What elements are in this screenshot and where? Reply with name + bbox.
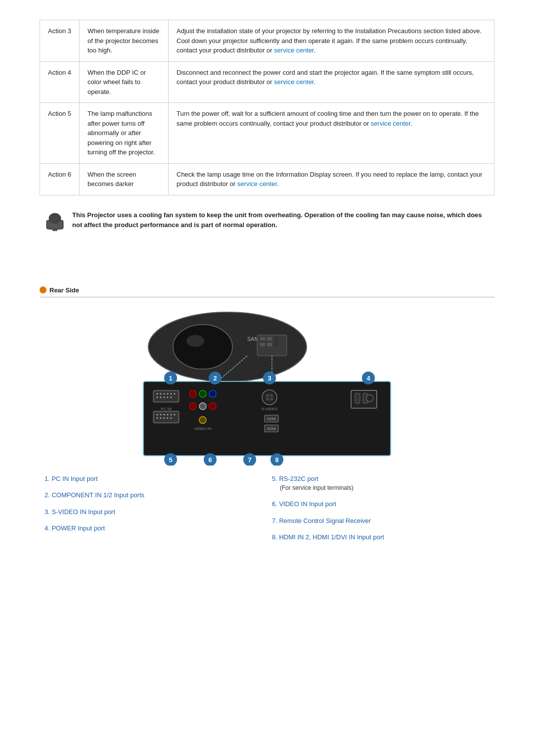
table-row: Action 3 When temperature inside of the … bbox=[40, 20, 494, 62]
rear-side-title: Rear Side bbox=[49, 286, 79, 294]
svg-point-31 bbox=[167, 393, 169, 394]
resolution-text: Disconnect and reconnect the power cord … bbox=[177, 69, 474, 86]
svg-text:5: 5 bbox=[169, 456, 172, 464]
resolution-end: . bbox=[410, 120, 412, 127]
svg-rect-12 bbox=[260, 343, 265, 346]
action-condition: When the DDP IC or color wheel fails to … bbox=[80, 61, 169, 103]
port-label-5: 5. RS-232C port (For service input termi… bbox=[272, 471, 490, 496]
svg-point-48 bbox=[157, 417, 158, 419]
port-label-8: 8. HDMI IN 2, HDMI 1/DVI IN Input port bbox=[272, 529, 490, 546]
action-label: Action 5 bbox=[40, 103, 80, 164]
svg-text:VIDEO IN: VIDEO IN bbox=[194, 426, 211, 431]
svg-point-37 bbox=[167, 396, 169, 398]
svg-point-51 bbox=[167, 417, 169, 419]
svg-point-56 bbox=[189, 403, 196, 410]
action-resolution: Turn the power off, wait for a sufficien… bbox=[169, 103, 494, 164]
svg-point-59 bbox=[199, 417, 206, 424]
svg-point-30 bbox=[164, 393, 165, 394]
service-center-link[interactable]: service center bbox=[237, 180, 277, 188]
svg-point-7 bbox=[186, 335, 204, 347]
diagram-container: SAMSUNG 1 2 3 4 bbox=[40, 307, 494, 466]
svg-rect-27 bbox=[154, 391, 178, 401]
svg-rect-10 bbox=[260, 337, 265, 340]
svg-text:6: 6 bbox=[208, 456, 212, 464]
svg-point-57 bbox=[199, 403, 206, 410]
port-label-3: 3. S-VIDEO IN Input port bbox=[44, 504, 262, 520]
action-condition: When temperature inside of the projector… bbox=[80, 20, 169, 62]
svg-text:8: 8 bbox=[275, 456, 278, 464]
port-label-1: 1. PC IN Input port bbox=[44, 471, 262, 487]
port-label-6: 6. VIDEO IN Input port bbox=[272, 496, 490, 513]
rear-side-bullet-icon bbox=[40, 286, 46, 293]
svg-point-75 bbox=[366, 395, 373, 402]
svg-rect-73 bbox=[355, 393, 360, 403]
spacer bbox=[40, 257, 494, 286]
port-5-text: 5. RS-232C port bbox=[272, 475, 318, 482]
table-row: Action 5 The lamp malfunctions after pow… bbox=[40, 103, 494, 164]
page: Action 3 When temperature inside of the … bbox=[0, 0, 534, 566]
port-label-4: 4. POWER Input port bbox=[44, 520, 262, 537]
service-center-link[interactable]: service center bbox=[274, 47, 313, 54]
resolution-text: Adjust the installation state of your pr… bbox=[177, 27, 482, 54]
note-strong: This Projector uses a cooling fan system… bbox=[72, 211, 482, 229]
svg-text:1: 1 bbox=[169, 375, 172, 382]
note-box: This Projector uses a cooling fan system… bbox=[40, 210, 494, 232]
svg-point-35 bbox=[160, 396, 162, 398]
svg-point-6 bbox=[173, 325, 232, 369]
svg-point-32 bbox=[171, 393, 172, 394]
svg-point-45 bbox=[167, 414, 169, 415]
svg-point-64 bbox=[271, 394, 273, 396]
fan-icon bbox=[44, 211, 65, 232]
svg-point-28 bbox=[157, 393, 158, 394]
action-resolution: Check the lamp usage time on the Informa… bbox=[169, 163, 494, 195]
svg-point-34 bbox=[157, 396, 158, 398]
svg-text:HDMI: HDMI bbox=[267, 427, 276, 430]
table-row: Action 4 When the DDP IC or color wheel … bbox=[40, 61, 494, 103]
svg-rect-14 bbox=[274, 337, 279, 346]
resolution-text: Turn the power off, wait for a sufficien… bbox=[177, 110, 479, 127]
svg-text:2: 2 bbox=[213, 375, 217, 382]
svg-point-49 bbox=[160, 417, 162, 419]
svg-text:PC IN: PC IN bbox=[161, 407, 172, 411]
resolution-end: . bbox=[313, 78, 315, 86]
action-condition: When the screen becomes darker bbox=[80, 163, 169, 195]
service-center-link[interactable]: service center bbox=[371, 120, 410, 127]
svg-text:HDMI: HDMI bbox=[267, 417, 276, 421]
port-labels: 1. PC IN Input port 2. COMPONENT IN 1/2 … bbox=[40, 471, 494, 546]
svg-point-46 bbox=[171, 414, 172, 415]
port-label-2: 2. COMPONENT IN 1/2 Input ports bbox=[44, 487, 262, 504]
svg-rect-13 bbox=[267, 343, 272, 346]
svg-point-50 bbox=[164, 417, 165, 419]
svg-point-1 bbox=[49, 213, 61, 223]
svg-text:S-VIDEO: S-VIDEO bbox=[262, 407, 278, 411]
svg-point-66 bbox=[271, 398, 273, 400]
action-label: Action 3 bbox=[40, 20, 80, 62]
svg-point-42 bbox=[157, 414, 158, 415]
svg-point-38 bbox=[171, 396, 172, 398]
svg-text:3: 3 bbox=[267, 375, 271, 382]
service-center-link[interactable]: service center bbox=[274, 78, 313, 86]
table-row: Action 6 When the screen becomes darker … bbox=[40, 163, 494, 195]
svg-point-29 bbox=[160, 393, 162, 394]
svg-point-55 bbox=[209, 390, 216, 397]
resolution-end: . bbox=[313, 47, 315, 54]
actions-table: Action 3 When temperature inside of the … bbox=[40, 20, 494, 195]
port-labels-left: 1. PC IN Input port 2. COMPONENT IN 1/2 … bbox=[40, 471, 267, 546]
port-label-7: 7. Remote Control Signal Receiver bbox=[272, 513, 490, 529]
svg-point-65 bbox=[266, 398, 268, 400]
svg-point-44 bbox=[164, 414, 165, 415]
svg-point-33 bbox=[174, 393, 176, 394]
svg-point-58 bbox=[209, 403, 216, 410]
svg-point-36 bbox=[164, 396, 165, 398]
port-labels-right: 5. RS-232C port (For service input termi… bbox=[267, 471, 494, 546]
svg-point-53 bbox=[189, 390, 196, 397]
port-5-sub: (For service input terminals) bbox=[272, 483, 490, 492]
note-text: This Projector uses a cooling fan system… bbox=[72, 210, 490, 231]
svg-point-43 bbox=[160, 414, 162, 415]
action-resolution: Disconnect and reconnect the power cord … bbox=[169, 61, 494, 103]
resolution-text: Check the lamp usage time on the Informa… bbox=[177, 171, 483, 188]
svg-text:7: 7 bbox=[248, 456, 251, 464]
svg-point-54 bbox=[199, 390, 206, 397]
svg-point-47 bbox=[174, 414, 176, 415]
svg-rect-11 bbox=[267, 337, 272, 340]
